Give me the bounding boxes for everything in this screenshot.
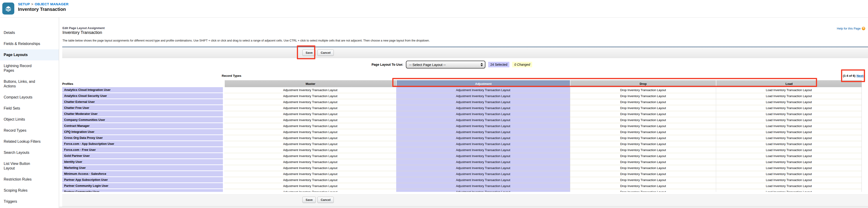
cell-drop[interactable]: Drop Inventory Transaction Layout bbox=[570, 147, 716, 153]
cell-adjustment[interactable]: Adjustment Inventory Transaction Layout bbox=[396, 117, 570, 123]
cell-adjustment[interactable]: Adjustment Inventory Transaction Layout bbox=[396, 165, 570, 171]
cell-master[interactable]: Adjustment Inventory Transaction Layout bbox=[224, 165, 396, 171]
cell-load[interactable]: Load Inventory Transaction Layout bbox=[716, 189, 862, 192]
cell-load[interactable]: Load Inventory Transaction Layout bbox=[716, 105, 862, 111]
cell-master[interactable]: Adjustment Inventory Transaction Layout bbox=[224, 177, 396, 183]
cell-adjustment[interactable]: Adjustment Inventory Transaction Layout bbox=[396, 111, 570, 117]
cell-master[interactable]: Adjustment Inventory Transaction Layout bbox=[224, 159, 396, 165]
cell-master[interactable]: Adjustment Inventory Transaction Layout bbox=[224, 129, 396, 135]
cell-master[interactable]: Adjustment Inventory Transaction Layout bbox=[224, 87, 396, 93]
column-header-master[interactable]: Master bbox=[224, 80, 396, 87]
cell-adjustment[interactable]: Adjustment Inventory Transaction Layout bbox=[396, 123, 570, 129]
cell-drop[interactable]: Drop Inventory Transaction Layout bbox=[570, 141, 716, 147]
cell-master[interactable]: Adjustment Inventory Transaction Layout bbox=[224, 99, 396, 105]
cell-drop[interactable]: Drop Inventory Transaction Layout bbox=[570, 111, 716, 117]
save-button[interactable]: Save bbox=[302, 50, 316, 56]
profile-cell[interactable]: Analytics Cloud Integration User bbox=[62, 87, 224, 93]
cell-adjustment[interactable]: Adjustment Inventory Transaction Layout bbox=[396, 99, 570, 105]
cell-load[interactable]: Load Inventory Transaction Layout bbox=[716, 87, 862, 93]
cell-adjustment[interactable]: Adjustment Inventory Transaction Layout bbox=[396, 147, 570, 153]
profile-cell[interactable]: Analytics Cloud Security User bbox=[62, 93, 224, 99]
page-layout-select[interactable]: -- Select Page Layout -- bbox=[406, 61, 486, 68]
cell-load[interactable]: Load Inventory Transaction Layout bbox=[716, 129, 862, 135]
cell-master[interactable]: Adjustment Inventory Transaction Layout bbox=[224, 147, 396, 153]
cell-load[interactable]: Load Inventory Transaction Layout bbox=[716, 159, 862, 165]
cell-adjustment[interactable]: Adjustment Inventory Transaction Layout bbox=[396, 105, 570, 111]
cancel-button-bottom[interactable]: Cancel bbox=[317, 197, 334, 203]
profile-cell[interactable]: Minimum Access - Salesforce bbox=[62, 171, 224, 177]
sidebar-item-fields-relationships[interactable]: Fields & Relationships bbox=[0, 38, 59, 49]
cell-adjustment[interactable]: Adjustment Inventory Transaction Layout bbox=[396, 153, 570, 159]
cell-master[interactable]: Adjustment Inventory Transaction Layout bbox=[224, 135, 396, 141]
profile-cell[interactable]: Contract Manager bbox=[62, 123, 224, 129]
sidebar-item-lightning-record-pages[interactable]: Lightning Record Pages bbox=[0, 60, 59, 76]
cell-master[interactable]: Adjustment Inventory Transaction Layout bbox=[224, 171, 396, 177]
cell-load[interactable]: Load Inventory Transaction Layout bbox=[716, 135, 862, 141]
cell-adjustment[interactable]: Adjustment Inventory Transaction Layout bbox=[396, 87, 570, 93]
profile-cell[interactable]: Chatter Free User bbox=[62, 105, 224, 111]
profile-cell[interactable]: Cross Org Data Proxy User bbox=[62, 135, 224, 141]
profile-cell[interactable]: Company Communities User bbox=[62, 117, 224, 123]
cell-drop[interactable]: Drop Inventory Transaction Layout bbox=[570, 189, 716, 192]
cell-load[interactable]: Load Inventory Transaction Layout bbox=[716, 177, 862, 183]
cell-load[interactable]: Load Inventory Transaction Layout bbox=[716, 111, 862, 117]
cell-master[interactable]: Adjustment Inventory Transaction Layout bbox=[224, 189, 396, 192]
sidebar-item-compact-layouts[interactable]: Compact Layouts bbox=[0, 92, 59, 103]
cell-master[interactable]: Adjustment Inventory Transaction Layout bbox=[224, 123, 396, 129]
cell-master[interactable]: Adjustment Inventory Transaction Layout bbox=[224, 183, 396, 189]
cell-master[interactable]: Adjustment Inventory Transaction Layout bbox=[224, 117, 396, 123]
cell-load[interactable]: Load Inventory Transaction Layout bbox=[716, 99, 862, 105]
sidebar-item-record-types[interactable]: Record Types bbox=[0, 125, 59, 136]
cell-drop[interactable]: Drop Inventory Transaction Layout bbox=[570, 123, 716, 129]
help-for-this-page-link[interactable]: Help for this Page ? bbox=[837, 27, 865, 30]
cell-adjustment[interactable]: Adjustment Inventory Transaction Layout bbox=[396, 177, 570, 183]
cell-load[interactable]: Load Inventory Transaction Layout bbox=[716, 93, 862, 99]
profile-cell[interactable]: Marketing User bbox=[62, 165, 224, 171]
cell-load[interactable]: Load Inventory Transaction Layout bbox=[716, 165, 862, 171]
cell-drop[interactable]: Drop Inventory Transaction Layout bbox=[570, 153, 716, 159]
cell-master[interactable]: Adjustment Inventory Transaction Layout bbox=[224, 141, 396, 147]
cell-master[interactable]: Adjustment Inventory Transaction Layout bbox=[224, 93, 396, 99]
profile-cell[interactable]: Partner Community Login User bbox=[62, 183, 224, 189]
sidebar-item-search-layouts[interactable]: Search Layouts bbox=[0, 147, 59, 158]
cell-load[interactable]: Load Inventory Transaction Layout bbox=[716, 183, 862, 189]
breadcrumb-setup-link[interactable]: SETUP bbox=[18, 2, 30, 6]
column-header-drop[interactable]: Drop bbox=[570, 80, 716, 87]
cell-adjustment[interactable]: Adjustment Inventory Transaction Layout bbox=[396, 93, 570, 99]
cell-adjustment[interactable]: Adjustment Inventory Transaction Layout bbox=[396, 135, 570, 141]
cell-drop[interactable]: Drop Inventory Transaction Layout bbox=[570, 105, 716, 111]
cell-drop[interactable]: Drop Inventory Transaction Layout bbox=[570, 165, 716, 171]
profile-cell[interactable]: Partner Community User bbox=[62, 189, 224, 192]
column-header-load[interactable]: Load bbox=[716, 80, 862, 87]
cell-load[interactable]: Load Inventory Transaction Layout bbox=[716, 141, 862, 147]
cell-load[interactable]: Load Inventory Transaction Layout bbox=[716, 123, 862, 129]
cell-drop[interactable]: Drop Inventory Transaction Layout bbox=[570, 99, 716, 105]
profile-cell[interactable]: Chatter External User bbox=[62, 99, 224, 105]
profile-cell[interactable]: Identity User bbox=[62, 159, 224, 165]
cell-drop[interactable]: Drop Inventory Transaction Layout bbox=[570, 171, 716, 177]
cell-master[interactable]: Adjustment Inventory Transaction Layout bbox=[224, 105, 396, 111]
cell-adjustment[interactable]: Adjustment Inventory Transaction Layout bbox=[396, 141, 570, 147]
pagination-next-link[interactable]: Next> bbox=[857, 74, 865, 78]
profile-cell[interactable]: Chatter Moderator User bbox=[62, 111, 224, 117]
cell-load[interactable]: Load Inventory Transaction Layout bbox=[716, 147, 862, 153]
cancel-button[interactable]: Cancel bbox=[317, 50, 334, 56]
cell-drop[interactable]: Drop Inventory Transaction Layout bbox=[570, 183, 716, 189]
cell-drop[interactable]: Drop Inventory Transaction Layout bbox=[570, 159, 716, 165]
column-header-adjustment[interactable]: Adjustment bbox=[396, 80, 570, 87]
save-button-bottom[interactable]: Save bbox=[302, 197, 316, 203]
sidebar-item-restriction-rules[interactable]: Restriction Rules bbox=[0, 174, 59, 185]
sidebar-item-field-sets[interactable]: Field Sets bbox=[0, 103, 59, 114]
cell-master[interactable]: Adjustment Inventory Transaction Layout bbox=[224, 111, 396, 117]
sidebar-item-object-limits[interactable]: Object Limits bbox=[0, 114, 59, 125]
cell-adjustment[interactable]: Adjustment Inventory Transaction Layout bbox=[396, 129, 570, 135]
cell-adjustment[interactable]: Adjustment Inventory Transaction Layout bbox=[396, 171, 570, 177]
sidebar-item-list-view-button-layout[interactable]: List View Button Layout bbox=[0, 158, 59, 174]
sidebar-item-triggers[interactable]: Triggers bbox=[0, 196, 59, 207]
cell-load[interactable]: Load Inventory Transaction Layout bbox=[716, 117, 862, 123]
cell-drop[interactable]: Drop Inventory Transaction Layout bbox=[570, 117, 716, 123]
breadcrumb-object-manager-link[interactable]: OBJECT MANAGER bbox=[35, 2, 69, 6]
sidebar-item-page-layouts[interactable]: Page Layouts bbox=[0, 49, 59, 60]
sidebar-item-details[interactable]: Details bbox=[0, 27, 59, 38]
profile-cell[interactable]: Partner App Subscription User bbox=[62, 177, 224, 183]
